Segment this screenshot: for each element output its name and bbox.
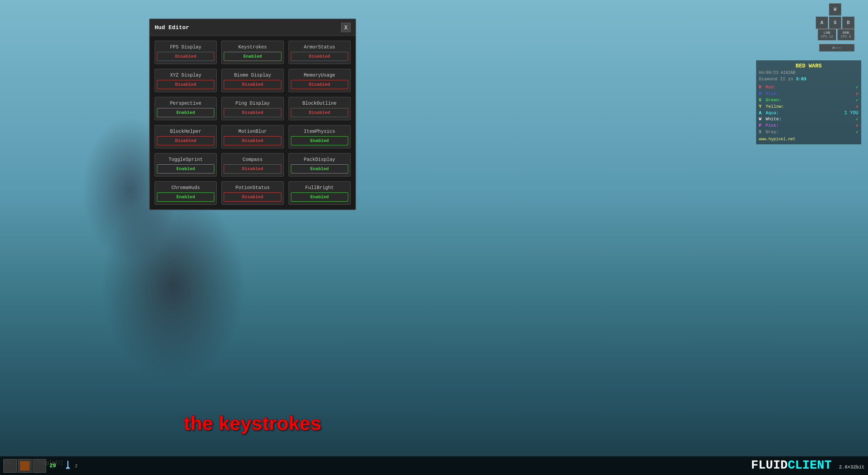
module-status-3: Disabled [157, 80, 214, 89]
module-status-4: Disabled [224, 80, 281, 89]
score-letter-p: P [759, 123, 764, 128]
module-name-17: FullBright [302, 182, 336, 192]
hud-module-fullbright[interactable]: FullBrightEnabled [289, 181, 351, 205]
diamond-time: 3:03 [796, 77, 806, 82]
score-letter-y: Y [759, 104, 764, 109]
hud-module-fps-display[interactable]: FPS DisplayDisabled [155, 41, 217, 64]
hud-module-ping-display[interactable]: Ping DisplayDisabled [221, 97, 283, 120]
score-row-yellow: Y Yellow: ✗ [759, 104, 859, 109]
module-name-15: ChromaHuds [169, 182, 203, 192]
key-empty-2 [842, 3, 854, 16]
scoreboard-title: BED WARS [759, 63, 859, 69]
module-name-2: ArmorStatus [301, 41, 338, 52]
module-status-8: Disabled [291, 108, 348, 117]
hud-module-compass[interactable]: CompassDisabled [221, 153, 283, 177]
score-label-red: Red: [766, 85, 854, 90]
hotbar-level: 29 [50, 463, 56, 469]
module-name-6: Perspective [167, 97, 204, 108]
score-row-gray: S Gray: ✓ [759, 129, 859, 135]
scoreboard: BED WARS 04/08/23 m182AB Diamond II in 3… [756, 60, 861, 144]
module-status-15: Enabled [157, 192, 214, 202]
score-check-yellow: ✗ [856, 104, 859, 109]
score-letter-r: R [759, 85, 764, 90]
module-status-17: Enabled [291, 192, 348, 202]
score-label-gray: Gray: [766, 129, 854, 135]
module-name-8: BlockOutline [300, 97, 339, 108]
wasd-display: W A S D [816, 3, 854, 29]
fluidclient-logo: FLUIDCLIENT 2.6×32bit [751, 458, 865, 472]
hud-module-xyz-display[interactable]: XYZ DisplayDisabled [155, 69, 217, 92]
hotbar-slot-1 [3, 459, 17, 473]
score-check-gray: ✓ [856, 129, 859, 135]
module-status-13: Disabled [224, 164, 281, 173]
score-row-pink: P Pink: ✗ [759, 123, 859, 128]
logo-version: 2.6×32bit [839, 464, 865, 470]
hud-editor-modal: Hud Editor X FPS DisplayDisabledKeystrok… [149, 19, 356, 210]
module-name-14: PackDisplay [301, 153, 338, 164]
module-status-9: Disabled [157, 136, 214, 145]
hud-module-itemphysics[interactable]: ItemPhysicsEnabled [289, 125, 351, 148]
hud-module-motionblur[interactable]: MotionBlurDisabled [221, 125, 283, 148]
hud-module-packdisplay[interactable]: PackDisplayEnabled [289, 153, 351, 177]
speed-display: A——— [819, 44, 854, 51]
score-label-white: White: [766, 117, 854, 122]
score-letter-a: A [759, 110, 764, 116]
hotbar-slot-3 [33, 459, 46, 473]
rmb-button: RMB CPS 8 [837, 29, 854, 40]
module-name-11: ItemPhysics [301, 125, 338, 136]
score-label-pink: Pink: [766, 123, 854, 128]
hud-module-armorstatus[interactable]: ArmorStatusDisabled [289, 41, 351, 64]
key-s: S [829, 17, 841, 29]
hud-module-biome-display[interactable]: Biome DisplayDisabled [221, 69, 283, 92]
score-row-white: W White: ✓ [759, 116, 859, 122]
key-w: W [829, 3, 841, 16]
hud-module-keystrokes[interactable]: KeystrokesEnabled [221, 41, 283, 64]
module-status-0: Disabled [157, 52, 214, 61]
scoreboard-diamond: Diamond II in 3:03 [759, 77, 859, 82]
diamond-sword [63, 461, 73, 471]
lmb-button: LMB CPS 12 [818, 29, 836, 40]
score-check-pink: ✗ [856, 123, 859, 128]
modal-body: FPS DisplayDisabledKeystrokesEnabledArmo… [150, 36, 355, 209]
module-status-2: Disabled [291, 52, 348, 61]
score-label-yellow: Yellow: [766, 104, 854, 109]
key-a: A [816, 17, 828, 29]
module-status-6: Enabled [157, 108, 214, 117]
hud-module-chromahuds[interactable]: ChromaHudsEnabled [155, 181, 217, 205]
score-label-aqua: Aqua: [766, 110, 842, 116]
score-letter-g: G [759, 98, 764, 103]
module-name-0: FPS Display [167, 41, 204, 52]
module-status-14: Enabled [291, 164, 348, 173]
score-check-aqua: 1 YOU [844, 110, 859, 116]
module-name-4: Biome Display [231, 69, 274, 80]
module-name-13: Compass [240, 153, 265, 164]
score-check-green: ✓ [856, 97, 859, 103]
score-letter-s: S [759, 129, 764, 135]
hud-module-memoryusage[interactable]: MemoryUsageDisabled [289, 69, 351, 92]
module-status-5: Disabled [291, 80, 348, 89]
hotbar [3, 459, 46, 473]
mouse-buttons: LMB CPS 12 RMB CPS 8 [818, 29, 854, 40]
module-name-3: XYZ Display [167, 69, 204, 80]
modal-close-button[interactable]: X [341, 23, 351, 32]
hud-module-perspective[interactable]: PerspectiveEnabled [155, 97, 217, 120]
module-name-16: PotionStatus [233, 182, 273, 192]
module-name-10: MotionBlur [236, 125, 270, 136]
module-name-9: BlockHelper [167, 125, 204, 136]
score-row-green: G Green: ✓ [759, 97, 859, 103]
hud-module-blockoutline[interactable]: BlockOutlineDisabled [289, 97, 351, 120]
hud-module-potionstatus[interactable]: PotionStatusDisabled [221, 181, 283, 205]
scoreboard-url: www.hypixel.net [759, 137, 859, 142]
module-status-12: Enabled [157, 164, 214, 173]
modal-title: Hud Editor [155, 24, 189, 31]
background-blur [0, 0, 868, 475]
module-status-16: Disabled [224, 192, 281, 202]
logo-client: CLIENT [788, 458, 832, 472]
hud-module-blockhelper[interactable]: BlockHelperDisabled [155, 125, 217, 148]
module-name-5: MemoryUsage [301, 69, 338, 80]
sword-count: 2 [75, 463, 77, 468]
score-label-blue: Blue: [766, 91, 854, 96]
score-check-white: ✓ [856, 116, 859, 122]
hud-module-togglesprint[interactable]: ToggleSprintEnabled [155, 153, 217, 177]
key-empty-1 [816, 3, 828, 16]
